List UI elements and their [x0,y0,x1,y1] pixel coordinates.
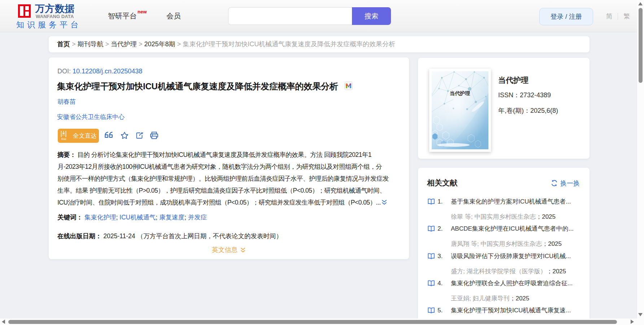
svg-text:free: free [61,137,66,141]
svg-text:当代护理: 当代护理 [450,90,470,96]
